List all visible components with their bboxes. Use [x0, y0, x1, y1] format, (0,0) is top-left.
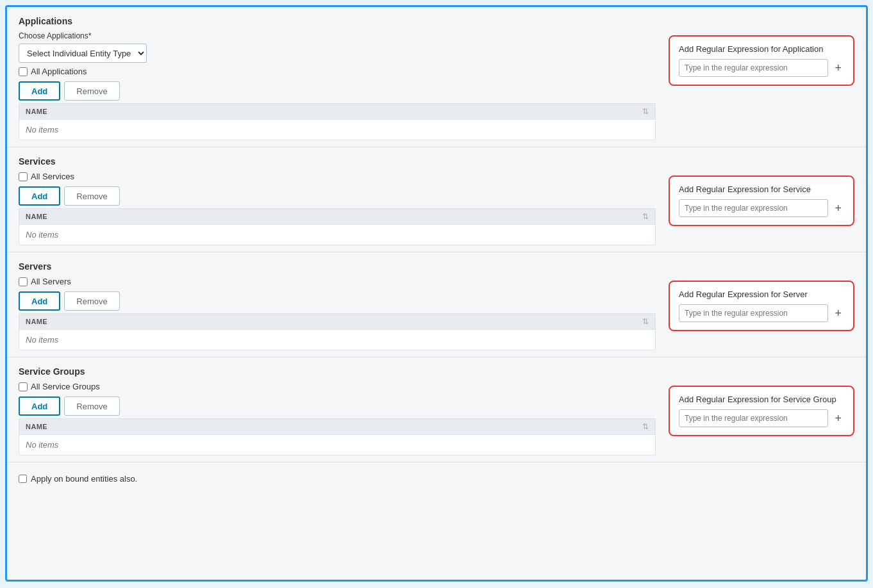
all-services-row: All Services — [19, 172, 656, 181]
section-right-service-groups: Add Regular Expression for Service Group… — [669, 382, 854, 436]
apply-bound-row: Apply on bound entities also. — [19, 474, 854, 484]
section-left-services: All ServicesAddRemoveNAME⇅No items — [19, 172, 656, 245]
sort-icon[interactable]: ⇅ — [642, 212, 649, 221]
regex-add-button-servers[interactable]: + — [832, 307, 844, 319]
section-title-services: Services — [19, 156, 854, 167]
btn-row-service-groups: AddRemove — [19, 396, 656, 416]
section-right-applications: Add Regular Expression for Application+ — [669, 31, 854, 86]
apply-bound-checkbox[interactable] — [19, 475, 27, 483]
entity-type-dropdown[interactable]: Select Individual Entity Type — [19, 44, 147, 63]
section-left-applications: Choose Applications*Select Individual En… — [19, 31, 656, 140]
regex-input-applications[interactable] — [679, 59, 828, 77]
remove-button-servers[interactable]: Remove — [64, 291, 119, 311]
regex-title-services: Add Regular Expression for Service — [679, 184, 844, 194]
regex-add-button-services[interactable]: + — [832, 202, 844, 214]
add-button-service-groups[interactable]: Add — [19, 396, 60, 416]
all-applications-label: All Applications — [31, 67, 87, 76]
regex-input-services[interactable] — [679, 199, 828, 217]
table-header-service-groups: NAME⇅ — [19, 419, 655, 435]
section-left-servers: All ServersAddRemoveNAME⇅No items — [19, 277, 656, 350]
all-services-checkbox[interactable] — [19, 172, 28, 181]
regex-input-row-servers: + — [679, 304, 844, 322]
regex-add-button-applications[interactable]: + — [832, 62, 844, 74]
all-servers-row: All Servers — [19, 277, 656, 286]
table-header-applications: NAME⇅ — [19, 104, 655, 120]
section-servers: ServersAll ServersAddRemoveNAME⇅No items… — [7, 252, 866, 357]
regex-input-row-services: + — [679, 199, 844, 217]
name-column-header-services: NAME — [26, 213, 47, 220]
section-right-servers: Add Regular Expression for Server+ — [669, 277, 854, 331]
section-applications: ApplicationsChoose Applications*Select I… — [7, 7, 866, 147]
table-services: NAME⇅No items — [19, 208, 656, 245]
section-inner-services: All ServicesAddRemoveNAME⇅No itemsAdd Re… — [19, 172, 854, 245]
section-inner-service-groups: All Service GroupsAddRemoveNAME⇅No items… — [19, 382, 854, 455]
main-container: ApplicationsChoose Applications*Select I… — [5, 5, 868, 582]
remove-button-applications[interactable]: Remove — [64, 81, 119, 101]
all-service-groups-checkbox[interactable] — [19, 382, 28, 391]
section-service-groups: Service GroupsAll Service GroupsAddRemov… — [7, 357, 866, 462]
btn-row-services: AddRemove — [19, 186, 656, 206]
no-items-applications: No items — [19, 120, 655, 140]
name-column-header-servers: NAME — [26, 318, 47, 325]
table-servers: NAME⇅No items — [19, 313, 656, 350]
regex-title-applications: Add Regular Expression for Application — [679, 44, 844, 54]
add-button-servers[interactable]: Add — [19, 291, 60, 311]
section-services: ServicesAll ServicesAddRemoveNAME⇅No ite… — [7, 147, 866, 252]
sort-icon[interactable]: ⇅ — [642, 107, 649, 116]
regex-title-servers: Add Regular Expression for Server — [679, 290, 844, 299]
section-title-applications: Applications — [19, 16, 854, 26]
btn-row-applications: AddRemove — [19, 81, 656, 101]
section-title-servers: Servers — [19, 261, 854, 272]
regex-input-row-service-groups: + — [679, 409, 844, 427]
regex-add-button-service-groups[interactable]: + — [832, 412, 844, 424]
bottom-section: Apply on bound entities also. — [7, 462, 866, 493]
regex-box-services: Add Regular Expression for Service+ — [669, 176, 854, 226]
table-header-services: NAME⇅ — [19, 209, 655, 225]
remove-button-service-groups[interactable]: Remove — [64, 396, 119, 416]
table-header-servers: NAME⇅ — [19, 314, 655, 330]
section-inner-servers: All ServersAddRemoveNAME⇅No itemsAdd Reg… — [19, 277, 854, 350]
regex-input-servers[interactable] — [679, 304, 828, 322]
remove-button-services[interactable]: Remove — [64, 186, 119, 206]
table-service-groups: NAME⇅No items — [19, 418, 656, 455]
name-column-header-applications: NAME — [26, 108, 47, 115]
no-items-services: No items — [19, 225, 655, 245]
regex-box-service-groups: Add Regular Expression for Service Group… — [669, 386, 854, 436]
add-button-services[interactable]: Add — [19, 186, 60, 206]
all-applications-checkbox[interactable] — [19, 67, 28, 76]
no-items-service-groups: No items — [19, 435, 655, 455]
regex-title-service-groups: Add Regular Expression for Service Group — [679, 395, 844, 404]
no-items-servers: No items — [19, 330, 655, 350]
apply-bound-label: Apply on bound entities also. — [31, 474, 137, 484]
all-servers-checkbox[interactable] — [19, 277, 28, 286]
regex-input-service-groups[interactable] — [679, 409, 828, 427]
sort-icon[interactable]: ⇅ — [642, 422, 649, 431]
section-right-services: Add Regular Expression for Service+ — [669, 172, 854, 226]
regex-box-applications: Add Regular Expression for Application+ — [669, 35, 854, 86]
sort-icon[interactable]: ⇅ — [642, 317, 649, 326]
all-applications-row: All Applications — [19, 67, 656, 76]
add-button-applications[interactable]: Add — [19, 81, 60, 101]
all-services-label: All Services — [31, 172, 74, 181]
all-service-groups-label: All Service Groups — [31, 382, 100, 391]
regex-box-servers: Add Regular Expression for Server+ — [669, 281, 854, 331]
table-applications: NAME⇅No items — [19, 103, 656, 140]
all-service-groups-row: All Service Groups — [19, 382, 656, 391]
section-left-service-groups: All Service GroupsAddRemoveNAME⇅No items — [19, 382, 656, 455]
name-column-header-service-groups: NAME — [26, 423, 47, 430]
section-title-service-groups: Service Groups — [19, 366, 854, 377]
section-inner-applications: Choose Applications*Select Individual En… — [19, 31, 854, 140]
btn-row-servers: AddRemove — [19, 291, 656, 311]
choose-applications-label: Choose Applications* — [19, 31, 656, 40]
regex-input-row-applications: + — [679, 59, 844, 77]
entity-dropdown-wrap: Select Individual Entity Type — [19, 44, 656, 63]
all-servers-label: All Servers — [31, 277, 71, 286]
